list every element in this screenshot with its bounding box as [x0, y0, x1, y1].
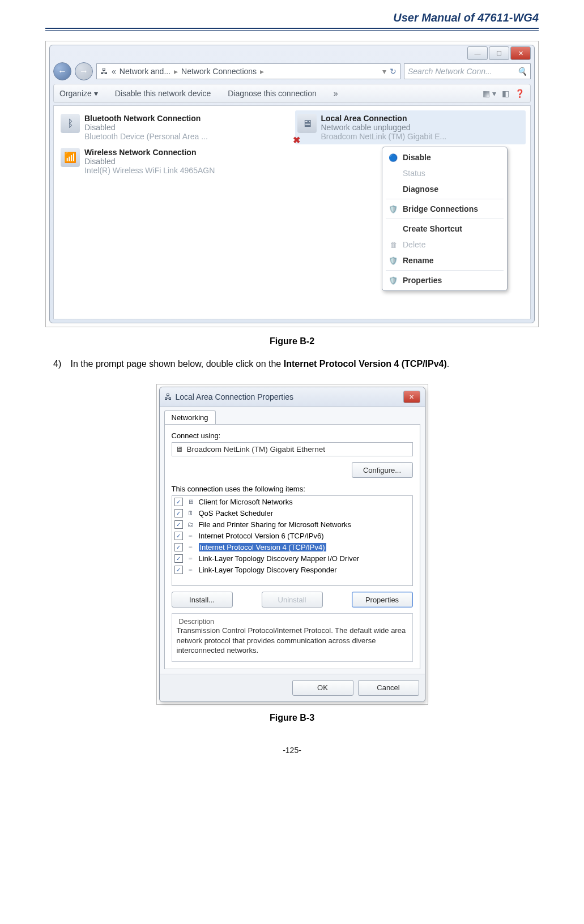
step-after: .: [447, 359, 449, 369]
ctx-disable[interactable]: 🔵Disable: [382, 149, 507, 165]
ctx-diagnose[interactable]: Diagnose: [382, 181, 507, 197]
checkbox-icon[interactable]: ✓: [174, 554, 183, 563]
pane-icon[interactable]: ◧: [502, 89, 509, 98]
uninstall-button: Uninstall: [262, 592, 323, 608]
connection-item-selected[interactable]: ✖ 🖥 Local Area Connection Network cable …: [295, 110, 526, 144]
arrow-left-icon: ←: [58, 66, 67, 76]
adapter-field: 🖥 Broadcom NetLink (TM) Gigabit Ethernet: [172, 442, 413, 456]
back-button[interactable]: ←: [53, 62, 71, 80]
connection-status: Disabled: [84, 157, 215, 166]
checkbox-icon[interactable]: ✓: [174, 520, 183, 529]
net-icon: 🖧: [100, 67, 108, 76]
ctx-label: Rename: [403, 256, 433, 265]
connection-title: Wireless Network Connection: [84, 148, 215, 157]
tab-networking[interactable]: Networking: [164, 410, 216, 424]
ctx-label: Properties: [403, 276, 442, 285]
step-text: In the prompt page shown below, double c…: [70, 359, 283, 369]
tab-strip: Networking: [160, 407, 425, 424]
ctx-label: Status: [403, 169, 425, 178]
minimize-button[interactable]: —: [467, 46, 488, 60]
search-input[interactable]: Search Network Conn... 🔍: [404, 63, 531, 79]
step-4: 4) In the prompt page shown below, doubl…: [53, 359, 539, 369]
view-icon[interactable]: ▦ ▾: [483, 89, 496, 98]
item-label: Link-Layer Topology Discovery Mapper I/O…: [199, 554, 360, 563]
step-number: 4): [53, 359, 68, 369]
delete-icon: 🗑: [388, 239, 398, 250]
ctx-shortcut[interactable]: Create Shortcut: [382, 221, 507, 237]
items-list[interactable]: ✓🖥Client for Microsoft Networks ✓🗓QoS Pa…: [172, 495, 413, 586]
ctx-properties[interactable]: 🛡️Properties: [382, 272, 507, 288]
ctx-label: Bridge Connections: [403, 204, 478, 213]
list-item[interactable]: ✓🖥Client for Microsoft Networks: [172, 496, 412, 507]
connection-status: Disabled: [84, 123, 208, 132]
cancel-button[interactable]: Cancel: [358, 680, 419, 696]
ok-button[interactable]: OK: [292, 680, 353, 696]
dialog-title-text: Local Area Connection Properties: [176, 392, 294, 401]
breadcrumb-part2: Network Connections: [181, 67, 257, 76]
step-bold: Internet Protocol Version 4 (TCP/IPv4): [284, 359, 447, 369]
list-item[interactable]: ✓⎓Link-Layer Topology Discovery Responde…: [172, 564, 412, 575]
unplugged-icon: ✖: [293, 135, 300, 146]
menu-separator: [386, 219, 504, 219]
item-label: File and Printer Sharing for Microsoft N…: [199, 520, 351, 529]
connection-device: Broadcom NetLink (TM) Gigabit E...: [321, 132, 447, 141]
adapter-name: Broadcom NetLink (TM) Gigabit Ethernet: [187, 445, 326, 454]
client-icon: 🖥: [186, 497, 195, 506]
dropdown-icon[interactable]: ▾: [382, 67, 386, 76]
dialog-footer: OK Cancel: [160, 674, 425, 701]
shortcut-icon: [388, 224, 398, 234]
close-button[interactable]: ✕: [510, 46, 531, 60]
ctx-status: Status: [382, 165, 507, 181]
ctx-bridge[interactable]: 🛡️Bridge Connections: [382, 201, 507, 217]
organize-menu[interactable]: Organize ▾: [59, 89, 98, 98]
dialog-titlebar: 🖧Local Area Connection Properties ✕: [160, 387, 425, 407]
explorer-window: — ☐ ✕ ← → 🖧 « Network and... ▸ Network C…: [49, 45, 535, 323]
item-label: Client for Microsoft Networks: [199, 498, 293, 506]
list-item[interactable]: ✓🗓QoS Packet Scheduler: [172, 507, 412, 519]
checkbox-icon[interactable]: ✓: [174, 566, 183, 574]
address-bar: ← → 🖧 « Network and... ▸ Network Connect…: [53, 62, 531, 80]
overflow-button[interactable]: »: [334, 89, 338, 98]
menu-separator: [386, 270, 504, 271]
network-icon: 🖧: [164, 392, 172, 401]
page-number: -125-: [45, 746, 539, 755]
diagnose-button[interactable]: Diagnose this connection: [228, 89, 316, 98]
breadcrumb[interactable]: 🖧 « Network and... ▸ Network Connections…: [96, 63, 400, 79]
ctx-delete: 🗑Delete: [382, 237, 507, 253]
ethernet-icon: 🖥: [297, 114, 317, 133]
page-header: User Manual of 47611-WG4: [45, 11, 539, 29]
checkbox-icon[interactable]: ✓: [174, 532, 183, 540]
disable-icon: 🔵: [388, 152, 398, 162]
chevron-right-icon: ▸: [260, 67, 264, 76]
list-item[interactable]: ✓⎓Internet Protocol Version 6 (TCP/IPv6): [172, 530, 412, 541]
items-label: This connection uses the following items…: [172, 485, 413, 493]
maximize-button[interactable]: ☐: [489, 46, 509, 60]
disable-device-button[interactable]: Disable this network device: [115, 89, 211, 98]
checkbox-icon[interactable]: ✓: [174, 509, 183, 517]
checkbox-icon[interactable]: ✓: [174, 498, 183, 506]
toolbar: Organize ▾ Disable this network device D…: [53, 84, 531, 103]
protocol-icon: ⎓: [186, 565, 195, 574]
refresh-icon[interactable]: ↻: [390, 67, 397, 76]
configure-button[interactable]: Configure...: [352, 462, 413, 478]
status-icon: [388, 168, 398, 178]
checkbox-icon[interactable]: ✓: [174, 543, 183, 551]
shield-icon: 🛡️: [388, 204, 398, 214]
dialog-close-button[interactable]: ✕: [403, 391, 420, 403]
ctx-rename[interactable]: 🛡️Rename: [382, 253, 507, 268]
list-item-selected[interactable]: ✓⎓Internet Protocol Version 4 (TCP/IPv4): [172, 541, 412, 553]
connection-item[interactable]: ᛒ Bluetooth Network Connection Disabled …: [58, 110, 289, 144]
forward-button[interactable]: →: [75, 62, 93, 80]
list-item[interactable]: ✓🗂File and Printer Sharing for Microsoft…: [172, 519, 412, 530]
adapter-icon: 🖥: [176, 445, 184, 454]
menu-separator: [386, 199, 504, 199]
list-item[interactable]: ✓⎓Link-Layer Topology Discovery Mapper I…: [172, 553, 412, 564]
connection-item[interactable]: 📶 Wireless Network Connection Disabled I…: [58, 144, 289, 178]
shield-icon: 🛡️: [388, 255, 398, 266]
install-button[interactable]: Install...: [172, 592, 233, 608]
properties-button[interactable]: Properties: [352, 592, 413, 608]
help-icon[interactable]: ❓: [515, 89, 525, 98]
item-label: Internet Protocol Version 4 (TCP/IPv4): [199, 543, 326, 551]
figure-caption: Figure B-3: [45, 713, 539, 723]
connection-device: Intel(R) Wireless WiFi Link 4965AGN: [84, 166, 215, 175]
